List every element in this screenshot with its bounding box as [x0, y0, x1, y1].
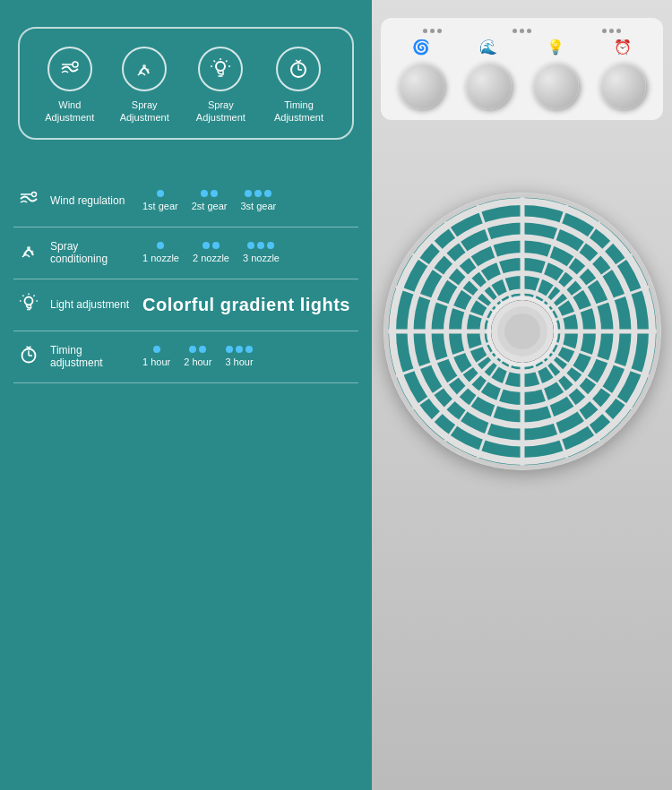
- spray-1-label: 1 nozzle: [142, 253, 179, 263]
- svg-line-8: [226, 61, 228, 63]
- feature-spray1: Spray Adjustment: [107, 47, 183, 125]
- knob-2[interactable]: [465, 63, 512, 109]
- timing-2h: 2 hour: [184, 346, 211, 367]
- light-adj-icon: [18, 292, 43, 318]
- feature-box: Wind Adjustment Spray Adjustment: [18, 27, 354, 140]
- light-ctrl-icon[interactable]: 💡: [547, 39, 564, 56]
- svg-line-7: [214, 61, 216, 63]
- spray-icon: [18, 240, 43, 266]
- dot-group-2: [513, 29, 531, 33]
- timing-adj-name: Timing adjustment: [50, 344, 135, 369]
- wind-reg-name: Wind regulation: [50, 194, 135, 207]
- left-panel: Wind Adjustment Spray Adjustment: [0, 0, 372, 790]
- light-label: Spray Adjustment: [183, 99, 259, 125]
- light-adj-options: Colorful gradient lights: [142, 295, 354, 315]
- feature-wind: Wind Adjustment: [33, 47, 107, 125]
- svg-line-21: [22, 295, 23, 296]
- spray-options: 1 nozzle 2 nozzle 3 nozzle: [142, 242, 354, 263]
- timing-label: Timing Adjustment: [259, 99, 339, 125]
- spray-2: 2 nozzle: [193, 242, 229, 263]
- wind-icon: [47, 47, 92, 91]
- svg-point-52: [504, 313, 540, 349]
- svg-line-22: [34, 295, 35, 296]
- wind-2nd-label: 2st gear: [192, 201, 228, 211]
- spray1-label: Spray Adjustment: [107, 99, 183, 125]
- spray1-icon: [122, 47, 167, 91]
- spray-2-label: 2 nozzle: [193, 253, 229, 263]
- feature-light: Spray Adjustment: [183, 47, 259, 125]
- wind-reg-options: 1st gear 2st gear 3st gear: [142, 190, 354, 211]
- timing-1h-label: 1 hour: [142, 356, 170, 367]
- timing-3h-label: 3 hour: [225, 356, 253, 367]
- svg-point-17: [31, 250, 34, 253]
- wind-regulation-row: Wind regulation 1st gear 2st gear 3st ge…: [13, 176, 358, 228]
- timing-1h: 1 hour: [142, 346, 170, 367]
- control-icons: 🌀 🌊 💡 ⏰: [388, 39, 656, 56]
- spray-row: Spray conditioning 1 nozzle 2 nozzle 3 n…: [13, 228, 358, 279]
- svg-point-3: [147, 69, 150, 72]
- fan-ctrl-icon[interactable]: 🌀: [412, 39, 430, 56]
- knob-1[interactable]: [398, 63, 444, 109]
- wind-1st: 1st gear: [142, 190, 178, 211]
- fan-grill-svg: [383, 193, 661, 470]
- spray-3: 3 nozzle: [243, 242, 280, 263]
- knob-4[interactable]: [599, 63, 646, 109]
- timing-row: Timing adjustment 1 hour 2 hour 3 hour: [13, 331, 358, 383]
- svg-point-14: [32, 192, 37, 196]
- svg-point-18: [25, 296, 33, 305]
- wind-3rd-label: 3st gear: [241, 201, 277, 211]
- wind-label: Wind Adjustment: [33, 99, 107, 125]
- spray-3-label: 3 nozzle: [243, 253, 280, 263]
- svg-point-4: [216, 62, 225, 71]
- wind-3rd: 3st gear: [241, 190, 277, 211]
- feature-timing: Timing Adjustment: [259, 47, 339, 125]
- fan-grill: [383, 193, 661, 470]
- control-panel-top: 🌀 🌊 💡 ⏰: [381, 18, 663, 120]
- svg-point-2: [140, 71, 142, 73]
- timer-ctrl-icon[interactable]: ⏰: [614, 39, 632, 56]
- light-adj-name: Light adjustment: [50, 298, 135, 311]
- settings-section: Wind regulation 1st gear 2st gear 3st ge…: [13, 176, 358, 383]
- svg-point-15: [27, 246, 30, 250]
- spray-1: 1 nozzle: [142, 242, 179, 263]
- timing-2h-label: 2 hour: [184, 356, 211, 367]
- timing-icon: [276, 47, 321, 91]
- wind-2nd: 2st gear: [192, 190, 228, 211]
- spray-ctrl-icon[interactable]: 🌊: [479, 39, 497, 56]
- svg-point-0: [73, 62, 78, 67]
- knobs-row: [388, 63, 656, 109]
- light-row: Light adjustment Colorful gradient light…: [13, 279, 358, 331]
- dot-group-3: [602, 29, 621, 33]
- svg-point-1: [142, 64, 146, 68]
- fan-section: [379, 193, 666, 784]
- knob-3[interactable]: [532, 63, 579, 109]
- timing-options: 1 hour 2 hour 3 hour: [142, 346, 354, 367]
- light-icon: [198, 47, 243, 91]
- right-panel: 🌀 🌊 💡 ⏰: [372, 0, 672, 790]
- indicator-dots: [388, 29, 656, 33]
- dot-group-1: [423, 29, 442, 33]
- timing-3h: 3 hour: [225, 346, 253, 367]
- gradient-text: Colorful gradient lights: [142, 295, 350, 315]
- timing-adj-icon: [18, 344, 43, 370]
- spray-name: Spray conditioning: [50, 240, 135, 265]
- svg-point-16: [24, 252, 27, 254]
- wind-reg-icon: [18, 188, 43, 214]
- wind-1st-label: 1st gear: [142, 201, 178, 211]
